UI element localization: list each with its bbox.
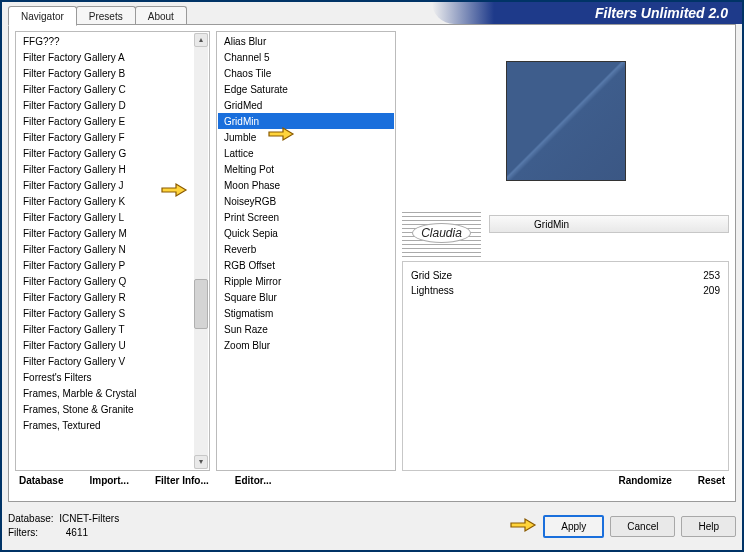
list-item[interactable]: Filter Factory Gallery Q (17, 273, 193, 289)
list-item[interactable]: Print Screen (218, 209, 394, 225)
list-item[interactable]: Filter Factory Gallery N (17, 241, 193, 257)
list-item[interactable]: Filter Factory Gallery F (17, 129, 193, 145)
list-item[interactable]: Filter Factory Gallery R (17, 289, 193, 305)
apply-button[interactable]: Apply (543, 515, 604, 538)
list-item[interactable]: Filter Factory Gallery H (17, 161, 193, 177)
filter-info-link[interactable]: Filter Info... (155, 475, 209, 497)
list-item[interactable]: NoiseyRGB (218, 193, 394, 209)
param-label: Lightness (411, 285, 454, 296)
reset-link[interactable]: Reset (698, 475, 725, 497)
list-item[interactable]: Frames, Stone & Granite (17, 401, 193, 417)
list-item[interactable]: Filter Factory Gallery G (17, 145, 193, 161)
title-banner: Filters Unlimited 2.0 (432, 2, 742, 24)
statusbar: Database: ICNET-Filters Filters: 4611 Ap… (8, 506, 736, 546)
scrollbar[interactable]: ▴ ▾ (194, 33, 208, 469)
list-item[interactable]: Filter Factory Gallery C (17, 81, 193, 97)
list-item[interactable]: Filter Factory Gallery A (17, 49, 193, 65)
cancel-button[interactable]: Cancel (610, 516, 675, 537)
status-text: Database: ICNET-Filters Filters: 4611 (8, 512, 509, 540)
pointer-hand-icon (509, 515, 537, 537)
tab-navigator[interactable]: Navigator (8, 6, 77, 26)
list-item[interactable]: Frames, Textured (17, 417, 193, 433)
param-label: Grid Size (411, 270, 452, 281)
list-item[interactable]: Channel 5 (218, 49, 394, 65)
list-item[interactable]: Reverb (218, 241, 394, 257)
list-item[interactable]: Frames, Marble & Crystal (17, 385, 193, 401)
filter-name-bar: GridMin (489, 215, 729, 233)
scroll-thumb[interactable] (194, 279, 208, 329)
list-item[interactable]: GridMed (218, 97, 394, 113)
scroll-down-icon[interactable]: ▾ (194, 455, 208, 469)
list-item[interactable]: Filter Factory Gallery T (17, 321, 193, 337)
params-panel: Grid Size 253 Lightness 209 (402, 261, 729, 471)
categories-list[interactable]: FFG???Filter Factory Gallery AFilter Fac… (15, 31, 210, 471)
list-item[interactable]: Filter Factory Gallery V (17, 353, 193, 369)
tab-about[interactable]: About (135, 6, 187, 26)
param-row[interactable]: Grid Size 253 (411, 268, 720, 283)
filter-name-label: GridMin (490, 219, 569, 230)
list-item[interactable]: RGB Offset (218, 257, 394, 273)
list-item[interactable]: Filter Factory Gallery M (17, 225, 193, 241)
list-item[interactable]: GridMin (218, 113, 394, 129)
scroll-up-icon[interactable]: ▴ (194, 33, 208, 47)
list-item[interactable]: Filter Factory Gallery E (17, 113, 193, 129)
tab-presets[interactable]: Presets (76, 6, 136, 26)
list-item[interactable]: Filter Factory Gallery P (17, 257, 193, 273)
list-item[interactable]: Filter Factory Gallery S (17, 305, 193, 321)
database-link[interactable]: Database (19, 475, 63, 497)
watermark-logo: Claudia (402, 209, 481, 257)
pointer-hand-icon (267, 124, 295, 146)
pointer-hand-icon (160, 180, 188, 202)
editor-link[interactable]: Editor... (235, 475, 272, 497)
param-row[interactable]: Lightness 209 (411, 283, 720, 298)
help-button[interactable]: Help (681, 516, 736, 537)
toolbar-links: Database Import... Filter Info... Editor… (19, 475, 725, 497)
preview-pane: Claudia GridMin Grid Size 253 Lightness … (402, 31, 729, 471)
list-item[interactable]: Quick Sepia (218, 225, 394, 241)
list-item[interactable]: Filter Factory Gallery U (17, 337, 193, 353)
list-item[interactable]: FFG??? (17, 33, 193, 49)
import-link[interactable]: Import... (89, 475, 128, 497)
list-item[interactable]: Filter Factory Gallery L (17, 209, 193, 225)
list-item[interactable]: Filter Factory Gallery B (17, 65, 193, 81)
list-item[interactable]: Ripple Mirror (218, 273, 394, 289)
app-title: Filters Unlimited 2.0 (595, 5, 728, 21)
param-value: 209 (703, 285, 720, 296)
list-item[interactable]: Zoom Blur (218, 337, 394, 353)
list-item[interactable]: Edge Saturate (218, 81, 394, 97)
filters-list[interactable]: Alias BlurChannel 5Chaos TileEdge Satura… (216, 31, 396, 471)
list-item[interactable]: Forrest's Filters (17, 369, 193, 385)
tabstrip: Navigator Presets About (8, 6, 186, 26)
tab-panel: FFG???Filter Factory Gallery AFilter Fac… (8, 24, 736, 502)
list-item[interactable]: Filter Factory Gallery D (17, 97, 193, 113)
list-item[interactable]: Sun Raze (218, 321, 394, 337)
list-item[interactable]: Alias Blur (218, 33, 394, 49)
list-item[interactable]: Jumble (218, 129, 394, 145)
list-item[interactable]: Melting Pot (218, 161, 394, 177)
filter-preview-image (506, 61, 626, 181)
param-value: 253 (703, 270, 720, 281)
list-item[interactable]: Lattice (218, 145, 394, 161)
list-item[interactable]: Stigmatism (218, 305, 394, 321)
list-item[interactable]: Chaos Tile (218, 65, 394, 81)
list-item[interactable]: Square Blur (218, 289, 394, 305)
list-item[interactable]: Moon Phase (218, 177, 394, 193)
randomize-link[interactable]: Randomize (618, 475, 671, 497)
